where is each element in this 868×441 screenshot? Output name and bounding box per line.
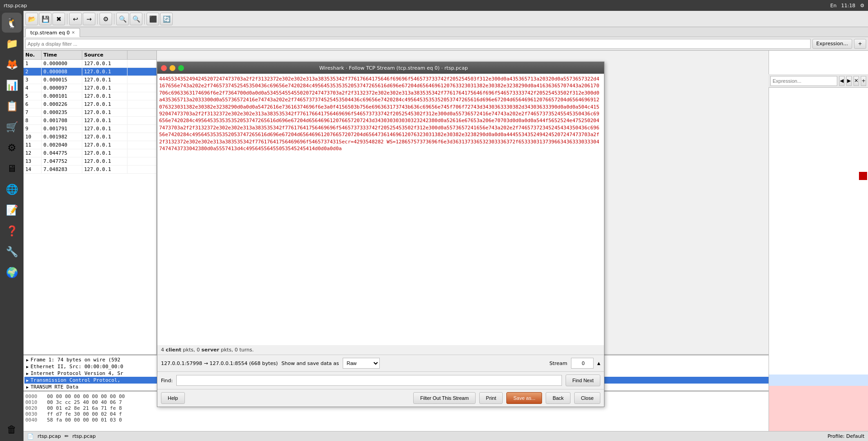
sidebar-icon-files[interactable]: 📁	[2, 33, 22, 53]
cell-no: 12	[24, 149, 42, 157]
arrow-right-btn[interactable]: ▶	[846, 76, 852, 86]
cell-no: 13	[24, 157, 42, 165]
find-input[interactable]	[176, 375, 562, 386]
title-bar-left: rtsp.pcap	[4, 3, 27, 9]
cell-time: 7.047752	[42, 157, 82, 165]
cell-no: 9	[24, 125, 42, 133]
show-save-label: Show and save data as	[281, 360, 339, 366]
sidebar-icon-calc[interactable]: 📊	[2, 75, 22, 95]
cell-no: 6	[24, 100, 42, 108]
stream-up-btn[interactable]: ▲	[597, 361, 600, 365]
packet-row[interactable]: 7 0.000235 127.0.0.1	[24, 109, 156, 117]
sidebar-icon-terminal[interactable]: 🖥	[2, 158, 22, 178]
dialog-controls: 127.0.0.1:57998 → 127.0.0.1:8554 (668 by…	[157, 355, 604, 371]
cell-source: 127.0.0.1	[82, 141, 127, 149]
stream-number-input[interactable]	[571, 358, 594, 369]
packet-row[interactable]: 10 0.001982 127.0.0.1	[24, 133, 156, 141]
format-dropdown[interactable]: Raw ASCII Hex Dump	[343, 358, 380, 369]
find-next-button[interactable]: Find Next	[566, 375, 600, 386]
arrow-left-btn[interactable]: ◀	[839, 76, 844, 86]
packet-row[interactable]: 14 7.048283 127.0.0.1	[24, 166, 156, 174]
packet-row[interactable]: 6 0.000226 127.0.0.1	[24, 100, 156, 109]
toolbar-separator-2	[97, 14, 98, 24]
expression-button[interactable]: Expression...	[812, 39, 852, 49]
close-button[interactable]: ✖	[52, 13, 65, 25]
sidebar-icon-help[interactable]: ❓	[2, 221, 22, 241]
packet-row[interactable]: 12 0.044775 127.0.0.1	[24, 149, 156, 157]
print-button[interactable]: Print	[479, 392, 503, 404]
prefs-button[interactable]: ⚙	[99, 13, 112, 25]
restart-button[interactable]: 🔄	[160, 13, 173, 25]
help-button[interactable]: Help	[161, 392, 185, 404]
packet-list-header: No. Time Source	[24, 51, 156, 60]
title-bar: rtsp.pcap En 11:18 ⚙	[0, 0, 868, 11]
sidebar-icon-amazon[interactable]: 🛒	[2, 117, 22, 137]
cell-source: 127.0.0.1	[82, 68, 127, 76]
hex-bytes: 00 01 e2 8e 21 6a 71 fe 8	[47, 405, 128, 411]
cell-no: 7	[24, 109, 42, 116]
cell-time: 0.001791	[42, 125, 82, 133]
save-button[interactable]: 💾	[39, 13, 52, 25]
packet-row[interactable]: 4 0.000097 127.0.0.1	[24, 84, 156, 92]
dialog-minimize-yellow[interactable]	[170, 65, 175, 71]
expression-input[interactable]	[770, 76, 837, 86]
open-button[interactable]: 📂	[25, 13, 38, 25]
filter-out-button[interactable]: Filter Out This Stream	[413, 392, 475, 404]
packet-row[interactable]: 9 0.001791 127.0.0.1	[24, 125, 156, 133]
find-button[interactable]: 🔍	[116, 13, 129, 25]
sidebar-icon-app-center[interactable]: 🔧	[2, 242, 22, 261]
cell-time: 7.048283	[42, 166, 82, 173]
cell-no: 8	[24, 117, 42, 124]
packet-row[interactable]: 5 0.000101 127.0.0.1	[24, 92, 156, 100]
right-panel-bottom	[769, 386, 868, 431]
save-as-button[interactable]: Save as...	[506, 392, 542, 404]
cell-time: 0.000101	[42, 92, 82, 100]
cell-no: 1	[24, 60, 42, 67]
packet-row[interactable]: 3 0.000015 127.0.0.1	[24, 76, 156, 84]
forward-button[interactable]: →	[83, 13, 95, 25]
packet-row[interactable]: 11 0.002040 127.0.0.1	[24, 141, 156, 149]
close-button[interactable]: Close	[574, 392, 600, 404]
cell-source: 127.0.0.1	[82, 149, 127, 157]
packet-row[interactable]: 2 0.000008 127.0.0.1	[24, 68, 156, 76]
toolbar-separator-1	[67, 14, 67, 24]
profile-label: Profile: Default	[827, 433, 864, 439]
tab-tcp-stream[interactable]: tcp.stream eq 0 ✕	[25, 28, 80, 37]
dialog-close-red[interactable]	[161, 65, 167, 71]
tab-close-icon[interactable]: ✕	[71, 30, 75, 35]
packet-row[interactable]: 13 7.047752 127.0.0.1	[24, 157, 156, 166]
cell-source: 127.0.0.1	[82, 109, 127, 116]
clear-btn[interactable]: ✕	[854, 76, 859, 86]
sidebar-icon-firefox[interactable]: 🦊	[2, 54, 22, 74]
dialog-maximize-green[interactable]	[178, 65, 184, 71]
back-button[interactable]: Back	[546, 392, 570, 404]
expand-icon: ▶	[26, 365, 28, 369]
sidebar-icon-trash[interactable]: 🗑	[2, 419, 22, 439]
sidebar-icon-settings[interactable]: ⚙	[2, 138, 22, 157]
go-button[interactable]: 🔍	[130, 13, 142, 25]
right-panel-area	[769, 51, 868, 431]
packet-row[interactable]: 1 0.000000 127.0.0.1	[24, 60, 156, 68]
add-filter-button[interactable]: +	[854, 39, 866, 49]
add-expression-btn[interactable]: +	[861, 76, 866, 86]
sidebar-icon-text-editor[interactable]: 📝	[2, 200, 22, 220]
sidebar-icon-chrome[interactable]: 🌐	[2, 179, 22, 199]
packet-row[interactable]: 8 0.001708 127.0.0.1	[24, 117, 156, 125]
settings-icon[interactable]: ⚙	[860, 3, 864, 9]
sidebar-icon-ubuntu[interactable]: 🐧	[2, 13, 22, 33]
stop-button[interactable]: ⬛	[146, 13, 159, 25]
status-file: rtsp.pcap	[38, 433, 61, 439]
tab-label: tcp.stream eq 0	[30, 30, 70, 36]
filter-input[interactable]	[25, 39, 811, 49]
sidebar-icon-impress[interactable]: 📋	[2, 96, 22, 116]
cell-time: 0.000008	[42, 68, 82, 76]
reload-button[interactable]: ↩	[69, 13, 82, 25]
cell-source: 127.0.0.1	[82, 92, 127, 100]
detail-text: TRANSUM RTE Data	[30, 384, 78, 390]
hex-bytes: ff d7 fe 30 00 00 02 04 f	[47, 411, 128, 417]
wireshark-window: 📂 💾 ✖ ↩ → ⚙ 🔍 🔍 ⬛ 🔄 tcp.stream eq 0 ✕	[24, 11, 868, 441]
hex-offset: 0020	[25, 405, 43, 411]
sidebar-icon-network[interactable]: 🌍	[2, 262, 22, 282]
tcp-follow-dialog: Wireshark · Follow TCP Stream (tcp.strea…	[157, 62, 604, 407]
dialog-stats: 4 client pkts, 0 server pkts, 0 turns.	[157, 345, 604, 355]
